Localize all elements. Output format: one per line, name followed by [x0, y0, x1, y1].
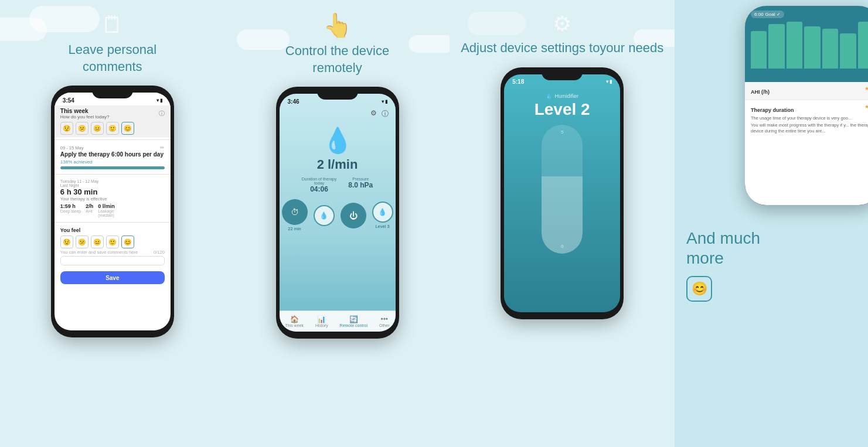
cloud-2b	[237, 29, 290, 50]
feel-emoji-1[interactable]: 😟	[60, 236, 73, 248]
notch-2	[317, 87, 358, 100]
screen-2: 3:46 ▾ ▮ ⚙ ⓘ 💧 2 l/min Duration of ther	[280, 94, 396, 332]
s2-power-button[interactable]: ⏻	[341, 203, 366, 228]
s2-pressure-lbl: Pressure	[348, 177, 373, 181]
s2-level-label: Level 3	[372, 224, 393, 229]
s3-slider-top-num: 5	[561, 129, 563, 135]
s1-divider-2	[55, 174, 171, 175]
status-icons-2: ▾ ▮	[382, 99, 387, 104]
last-goal-badge: 6:00 Goal ✓	[751, 11, 784, 18]
s1-comment-hint: You can enter and save comments here 0/1…	[60, 250, 165, 255]
stat-ahi: 2/h AHI	[86, 203, 93, 217]
time-3: 5:18	[512, 79, 524, 85]
timer-icon: ⏱	[291, 207, 299, 217]
s2-pressure-val: 8.0 hPa	[348, 181, 373, 189]
bar-2	[768, 24, 784, 69]
s1-header: This week How do you feel today? ⓘ 😟 😕 😐…	[55, 105, 171, 137]
s1-comment-box[interactable]	[60, 256, 165, 265]
last-therapy-text-1: The usage time of your therapy device is…	[751, 115, 868, 121]
s2-drop-btn-wrap: 💧	[314, 205, 335, 226]
emoji-4[interactable]: 🙂	[106, 122, 119, 135]
info-icon[interactable]: ⓘ	[159, 110, 165, 118]
stat-leakage: 0 l/min Leakage(median)	[98, 203, 115, 217]
feel-emoji-4[interactable]: 🙂	[106, 236, 119, 248]
phone-1: 3:54 ▾ ▮ This week How do you feel today…	[51, 86, 174, 337]
battery-icon-2: ▮	[385, 99, 387, 104]
tab-remote-control[interactable]: 🔄 Remote control	[340, 315, 367, 327]
week-icon: 🏠	[285, 315, 304, 323]
tab-history[interactable]: 📊 History	[315, 315, 328, 327]
s1-progress-bar	[60, 166, 165, 169]
stat-deep-sleep: 1:59 h Deep sleep	[60, 203, 81, 217]
edit-icon[interactable]: ✏	[160, 145, 165, 151]
time-2: 3:46	[288, 98, 299, 105]
s1-duration: 6 h 30 min	[60, 187, 165, 196]
s2-time-button[interactable]: ⏱	[282, 199, 308, 225]
settings-sliders-icon[interactable]: ⚙	[370, 109, 377, 119]
phone-frame-3: 5:18 ▾ ▮ 💧 Humidifier Level 2 5	[501, 67, 624, 319]
s2-tab-bar: 🏠 This week 📊 History 🔄 Remote control •…	[280, 310, 396, 332]
emoji-1[interactable]: 😟	[60, 122, 73, 135]
s1-goal-title: Apply the therapy 6:00 hours per day	[60, 151, 165, 158]
bar-6	[840, 33, 856, 69]
s2-power-btn-wrap: ⏻	[341, 203, 366, 228]
screen-3: 5:18 ▾ ▮ 💧 Humidifier Level 2 5	[504, 74, 620, 312]
emoji-3[interactable]: 😐	[91, 122, 104, 135]
s2-drop-button[interactable]: 💧	[314, 205, 335, 226]
panel-more: 6:00 Goal ✓	[675, 0, 868, 447]
s3-level-title: Level 2	[535, 100, 590, 119]
emoji-5[interactable]: 😊	[121, 122, 134, 135]
last-therapy-section: Therapy duration ★★ The usage time of yo…	[745, 100, 868, 137]
last-phone-partial: 6:00 Goal ✓	[675, 6, 868, 217]
cloud-2a	[409, 35, 450, 53]
s1-divider-1	[55, 139, 171, 140]
s2-controls: ⏱ 22 min 💧 ⏻	[282, 199, 393, 231]
s1-week-sub: How do you feel today?	[60, 114, 110, 120]
cloud-3a	[467, 12, 526, 35]
tab-other[interactable]: ••• Other	[379, 315, 390, 327]
phone-frame-1: 3:54 ▾ ▮ This week How do you feel today…	[51, 86, 174, 337]
s2-duration-block: Duration of therapytoday 04:06	[302, 177, 337, 193]
s3-content: 💧 Humidifier Level 2 5 0	[504, 87, 620, 260]
bar-4	[804, 26, 820, 69]
s1-date: 09 - 15 May	[60, 145, 84, 151]
s1-feel-section: You feel 😟 😕 😐 🙂 😊 You can enter and sav…	[55, 225, 171, 268]
status-icons-1: ▾ ▮	[156, 98, 162, 103]
s3-slider-bot-num: 0	[561, 244, 563, 249]
last-phone-inner: 6:00 Goal ✓	[745, 6, 868, 205]
phone-frame-2: 3:46 ▾ ▮ ⚙ ⓘ 💧 2 l/min Duration of ther	[276, 87, 399, 339]
last-chart-bars	[751, 22, 868, 69]
stat-lk-val: 0 l/min	[98, 203, 115, 209]
panel1-heading: Leave personalcomments	[69, 42, 156, 75]
tab-this-week[interactable]: 🏠 This week	[285, 315, 304, 327]
last-emoji-box: 😊	[686, 276, 712, 302]
s2-time-btn-wrap: ⏱ 22 min	[282, 199, 308, 231]
s1-goal-section: 09 - 15 May ✏ Apply the therapy 6:00 hou…	[55, 142, 171, 172]
last-chart-top: 6:00 Goal ✓	[751, 11, 868, 18]
s3-slider[interactable]: 5 0	[542, 125, 583, 254]
last-heading: And muchmore	[686, 228, 760, 268]
history-icon: 📊	[315, 315, 328, 323]
s2-duration-lbl: Duration of therapytoday	[302, 177, 337, 185]
s1-week-group: This week How do you feel today?	[60, 108, 110, 120]
s2-flow-value: 2 l/min	[317, 157, 358, 172]
stat-ds-val: 1:59 h	[60, 203, 81, 209]
s1-feel-emoji-row: 😟 😕 😐 🙂 😊	[60, 236, 165, 248]
remote-tab-icon: 🔄	[340, 315, 367, 323]
phone-2: 3:46 ▾ ▮ ⚙ ⓘ 💧 2 l/min Duration of ther	[276, 87, 399, 339]
feel-emoji-5[interactable]: 😊	[121, 236, 134, 248]
last-ahi-label: AHI (/h)	[751, 89, 770, 95]
s1-achieved: 138% achieved	[60, 159, 165, 165]
s2-stats: Duration of therapytoday 04:06 Pressure …	[296, 177, 379, 193]
s1-header-row: This week How do you feel today? ⓘ	[60, 108, 165, 120]
s2-level-button[interactable]: 💧	[372, 202, 393, 223]
battery-icon: ▮	[160, 98, 162, 103]
screen-1: 3:54 ▾ ▮ This week How do you feel today…	[55, 93, 171, 330]
emoji-2[interactable]: 😕	[76, 122, 88, 135]
feel-emoji-3[interactable]: 😐	[91, 236, 104, 248]
help-icon[interactable]: ⓘ	[382, 109, 389, 119]
s1-save-button[interactable]: Save	[60, 271, 165, 284]
panel-remote: 👆 Control the deviceremotely 3:46 ▾ ▮ ⚙ …	[225, 0, 450, 447]
feel-emoji-2[interactable]: 😕	[76, 236, 88, 248]
s1-date-row: 09 - 15 May ✏	[60, 145, 165, 151]
